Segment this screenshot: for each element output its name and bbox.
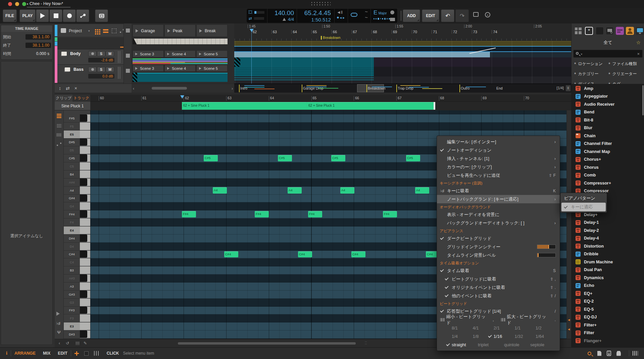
editor-scrollbar-handle[interactable] — [178, 342, 356, 345]
clip-cell-bass-5[interactable]: Scene 5 — [196, 65, 228, 72]
key-shape[interactable] — [80, 299, 90, 306]
key-shape[interactable] — [80, 210, 90, 218]
device-row-arpeggiator[interactable]: Arpeggiator — [572, 93, 644, 101]
piano-key-G4[interactable]: G4 — [64, 202, 90, 210]
grid-option-1-16[interactable]: 1/16 — [488, 334, 509, 339]
grid-option-1-8[interactable]: 1/8 — [467, 334, 488, 339]
menu-item-10[interactable]: バックグランドオーディオトラック: [ ]› — [437, 219, 560, 227]
key-shape[interactable] — [80, 314, 90, 322]
note-A4[interactable]: A4 — [415, 187, 429, 194]
grid-option-1-32[interactable]: 1/32 — [509, 334, 530, 339]
key-shape[interactable] — [80, 251, 90, 258]
track-name[interactable]: Bass — [73, 67, 84, 72]
device-row-dynamics[interactable]: Dynamics — [572, 274, 644, 282]
tempo-section[interactable]: 140.00 4/4 — [267, 9, 297, 23]
menu-item-18[interactable]: オリジナルイベントに吸着⇧ . — [437, 283, 560, 292]
key-shape[interactable] — [80, 226, 90, 234]
close-panel-icon[interactable]: × — [75, 86, 77, 91]
key-scale[interactable]: Major — [379, 11, 387, 15]
play-time[interactable]: 1:50.512 — [300, 17, 331, 22]
scene-header-peak[interactable]: Peak — [164, 24, 196, 37]
note-C#4[interactable]: C#4 — [351, 251, 365, 258]
document-tab[interactable]: Chee - Hey Now * — [30, 1, 63, 6]
file-icon[interactable] — [597, 351, 601, 356]
device-row-eq-5[interactable]: EQ-5 — [572, 305, 644, 313]
note-A4[interactable]: A4 — [288, 187, 302, 194]
key-shape[interactable] — [80, 291, 90, 298]
note-A4[interactable]: A4 — [213, 187, 227, 194]
key-shape[interactable] — [80, 178, 90, 186]
position-section[interactable]: 65.2.4.45 1:50.512 — [297, 9, 335, 23]
note-F#4[interactable]: F#4 — [308, 211, 322, 217]
key-shape[interactable] — [80, 187, 90, 194]
arranger-automation-icon[interactable]: ●◄► — [337, 15, 346, 20]
device-row-eq-[interactable]: EQ+ — [572, 290, 644, 298]
auto-scroll-icon[interactable]: ↕ — [59, 86, 61, 91]
grid-editor-icon[interactable] — [57, 124, 61, 128]
browser-grid-icon[interactable] — [574, 27, 582, 35]
key-shape[interactable] — [80, 235, 90, 242]
menu-item-9[interactable]: 表示 - オーディオを背景に — [437, 210, 560, 219]
key-shape[interactable] — [80, 154, 90, 162]
track-gain[interactable]: 0.0 dB — [88, 74, 114, 79]
project-label[interactable]: Project — [69, 29, 82, 33]
duplicate-icon[interactable] — [473, 12, 479, 17]
key-shape[interactable] — [80, 146, 90, 154]
automation-write-button[interactable] — [76, 9, 89, 22]
device-row-filter-[interactable]: Filter+ — [572, 321, 644, 329]
menu-item-19[interactable]: 他のイベントに吸着⇧ / — [437, 292, 560, 300]
piano-key-D5[interactable]: D5 — [64, 146, 90, 154]
cue-marker[interactable]: Breakdown — [321, 36, 341, 40]
grid-option-triplet[interactable]: triplet — [473, 342, 499, 347]
info-icon[interactable]: i — [6, 351, 7, 356]
time-signature[interactable]: 4/4 — [288, 17, 294, 22]
browser-tab-presets-icon[interactable] — [626, 27, 634, 35]
piano-key-F#5[interactable]: F#5 — [64, 114, 90, 122]
browser-tab-everything-icon[interactable]: * — [585, 27, 593, 35]
edit-button[interactable]: EDIT — [422, 9, 439, 22]
filter-chip-2[interactable]: *カテゴリー — [574, 71, 599, 77]
note-A4[interactable]: A4 — [340, 187, 354, 194]
fold-keys-icon[interactable]: Ψ — [57, 330, 61, 335]
play-scene-icon[interactable] — [199, 29, 202, 33]
device-row-bit-8[interactable]: Bit-8 — [572, 116, 644, 124]
mixer-strip-icon[interactable] — [94, 351, 99, 356]
play-clip-icon[interactable] — [135, 53, 138, 55]
project-row[interactable]: Project ▾ — [57, 25, 132, 37]
scroll-right-icon[interactable]: › — [232, 86, 233, 91]
master-audio-strip[interactable] — [133, 39, 228, 44]
menu-item-3[interactable]: カラーのー: [クリップ]› — [437, 163, 560, 171]
menu-item-12[interactable]: ダークビートグリッド — [437, 234, 560, 243]
tempo-value[interactable]: 140.00 — [270, 9, 294, 17]
arranger-playhead-icon[interactable] — [250, 29, 254, 32]
key-shape[interactable] — [80, 218, 90, 226]
note-C#5[interactable]: C#5 — [331, 155, 345, 161]
menu-slider[interactable] — [537, 253, 556, 257]
piano-key-D4[interactable]: D4 — [64, 243, 90, 251]
menu-item-7[interactable]: ノートバックグランド: [キーに適応]› — [437, 195, 560, 203]
device-row-chorus-[interactable]: Chorus+ — [572, 156, 644, 164]
device-row-delay-4[interactable]: Delay-4 — [572, 235, 644, 243]
arranger-bars-icon[interactable] — [103, 29, 108, 31]
piano-key-D#4[interactable]: D#4 — [64, 235, 90, 243]
device-row-chorus[interactable]: Chorus — [572, 163, 644, 171]
grid-option-4-1[interactable]: 4/1 — [467, 325, 488, 330]
solo-button[interactable]: S — [97, 51, 105, 56]
automation-lane-icon[interactable] — [57, 143, 61, 146]
piano-key-A#3[interactable]: A#3 — [64, 274, 90, 283]
browser-search-box[interactable]: ▾ × — [573, 50, 643, 58]
device-row-bend[interactable]: Bend — [572, 108, 644, 116]
automation-follow-icon[interactable]: ~ — [365, 14, 368, 20]
key-shape[interactable] — [80, 274, 90, 282]
folder-icon[interactable] — [65, 67, 70, 71]
grid-option-1-4[interactable]: 1/4 — [446, 334, 467, 339]
key-shape[interactable] — [80, 131, 90, 138]
delete-icon[interactable]: × — [485, 12, 490, 17]
play-position[interactable]: 65.2.4.45 — [300, 9, 331, 17]
undo-button[interactable]: ↶ — [441, 9, 454, 22]
device-row-channel-map[interactable]: Channel Map — [572, 148, 644, 156]
loop-icon[interactable] — [351, 13, 357, 17]
key-shape[interactable] — [80, 258, 90, 266]
device-row-comb[interactable]: Comb — [572, 171, 644, 180]
key-snap-icon[interactable]: ♭♯ — [56, 321, 60, 326]
